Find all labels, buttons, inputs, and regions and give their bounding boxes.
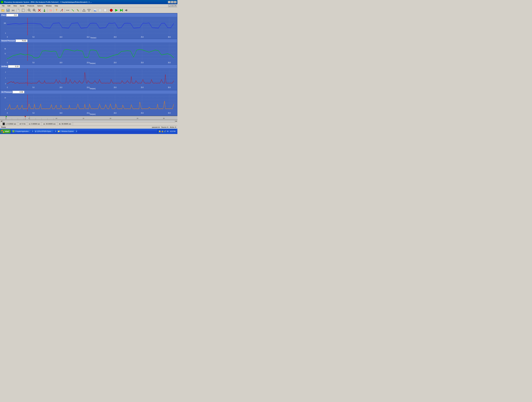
scroll-track[interactable] — [3, 120, 175, 122]
lightning-button[interactable] — [76, 8, 80, 13]
window-controls[interactable]: _ □ × — [168, 1, 177, 3]
pitch-chart-panel: Pitch 213 — [0, 13, 177, 39]
menu-help[interactable]: Help — [53, 5, 59, 7]
svg-text:20.0: 20.0 — [114, 62, 116, 64]
menu-file[interactable]: File — [0, 5, 6, 7]
grid1-button[interactable] — [98, 8, 102, 13]
triangle-down-button[interactable] — [87, 8, 91, 13]
svg-marker-56 — [115, 9, 118, 12]
inner-win-controls[interactable]: _ □ × — [168, 5, 177, 7]
sound-pressure-chart-body[interactable]: 96 72 0 5.0 10.0 15.0 20.0 25.0 30.0 Tim… — [0, 42, 177, 64]
svg-text:0: 0 — [7, 86, 8, 88]
svg-text:5.0: 5.0 — [32, 36, 34, 38]
ref-status: ref: 0 Hz — [18, 122, 27, 125]
svg-line-30 — [60, 9, 62, 12]
arrow-dr-button[interactable] — [70, 8, 75, 13]
svg-text:15.0: 15.0 — [87, 62, 89, 64]
arrow-down-button[interactable] — [42, 8, 47, 13]
arrows-lr-button[interactable] — [65, 8, 70, 13]
volume-button[interactable] — [124, 8, 129, 13]
toolbar-sep-3 — [53, 8, 54, 12]
svg-text:0: 0 — [7, 62, 8, 64]
svg-text:0: 0 — [5, 32, 6, 34]
minimize-button[interactable]: _ — [168, 1, 171, 3]
scroll-left-arrow[interactable]: ◀ — [0, 120, 2, 122]
text-button[interactable]: T — [54, 8, 59, 13]
cursor-x-value: x: 4.53582 sec — [6, 123, 16, 125]
svg-rect-7 — [12, 9, 14, 10]
svg-marker-35 — [69, 10, 69, 11]
source-status: Source: A — [161, 126, 168, 128]
taskbar-sep-3 — [75, 130, 75, 133]
svg-rect-58 — [122, 9, 123, 12]
pitch-title: Pitch — [1, 14, 6, 16]
grid2-button[interactable] — [103, 8, 108, 13]
maximize-button[interactable]: □ — [171, 1, 173, 3]
start-label: start — [5, 130, 9, 132]
save-button[interactable] — [6, 8, 10, 13]
pencil-cross-button[interactable] — [59, 8, 64, 13]
taskbar: start 🟩 2 Kaylab Application... ▼ 🖨 (22%… — [0, 129, 177, 134]
menu-speak[interactable]: Speak — [19, 5, 26, 7]
inner-maximize[interactable]: □ — [171, 5, 174, 7]
svg-text:15: 15 — [82, 117, 84, 119]
pitch-value: 213 — [6, 14, 18, 17]
epson-arrow[interactable]: ▼ — [55, 130, 57, 133]
record-button[interactable] — [109, 8, 114, 13]
triangle-up-button[interactable] — [82, 8, 86, 13]
menu-view[interactable]: View — [12, 5, 18, 7]
svg-text:0: 0 — [7, 112, 8, 114]
play-button[interactable] — [114, 8, 119, 13]
airflow-chart-panel: Airflow 0.10 2 1 — [0, 65, 177, 90]
kaylab-label: 2 Kaylab Application... — [15, 130, 30, 132]
chart-button[interactable] — [93, 8, 97, 13]
close-button[interactable]: × — [174, 1, 177, 3]
epson-icon: 🖨 — [35, 130, 37, 132]
menu-protocols[interactable]: Protocols — [26, 5, 36, 7]
scroll-right-arrow[interactable]: ▶ — [175, 120, 177, 122]
svg-text:Time(sec): Time(sec) — [90, 37, 96, 39]
air-pressure-chart-panel: Air Pressure 0.06 10 — [0, 90, 177, 116]
active-status: Active: A — [170, 126, 176, 128]
step-button[interactable] — [119, 8, 124, 13]
start-button[interactable]: start — [0, 129, 11, 133]
airflow-chart-svg: 2 1 0 0 5.0 10.0 15.0 20.0 25.0 30.0 Tim… — [0, 68, 177, 90]
pitch-chart-body[interactable]: 200 0 0 5.0 10.0 15.0 20.0 25.0 30.0 Tim… — [0, 17, 177, 39]
airflow-chart-body[interactable]: 2 1 0 0 5.0 10.0 15.0 20.0 25.0 30.0 Tim… — [0, 68, 177, 90]
taskbar-kaylab-button[interactable]: 🟩 2 Kaylab Application... — [11, 130, 31, 133]
zoom-in-button[interactable] — [32, 8, 37, 13]
svg-text:15.0: 15.0 — [87, 112, 89, 114]
svg-text:30.0: 30.0 — [168, 62, 171, 64]
svg-text:30.0: 30.0 — [168, 36, 171, 38]
taskbar-epson-button[interactable]: 🖨 (22%) EPSON Stylus ... — [34, 130, 54, 133]
menu-edit[interactable]: Edit — [6, 5, 12, 7]
taskbar-explorer-button[interactable]: 📁 2 Windows Explorer — [57, 130, 75, 133]
title-text: Phonatory Aerodynamic System - [PAS ( No… — [4, 1, 168, 3]
zoom-out-button[interactable] — [27, 8, 32, 13]
se-status: se: 30.00005 sec — [42, 122, 57, 125]
airflow-value: 0.10 — [8, 65, 20, 68]
app-icon: A — [1, 1, 3, 3]
eraser-button[interactable] — [48, 8, 53, 13]
inner-minimize[interactable]: _ — [168, 5, 171, 7]
print-button[interactable] — [11, 8, 15, 13]
print2-button[interactable] — [16, 8, 20, 13]
menu-window[interactable]: Window — [44, 5, 53, 7]
kaylab-arrow[interactable]: ▼ — [32, 130, 34, 133]
ref-value: ref: 0 Hz — [19, 123, 26, 125]
air-pressure-chart-body[interactable]: 10 0 0 5.0 10.0 15.0 20.0 25.0 30.0 Time… — [0, 94, 177, 115]
taskbar-right: 🔔 🔒 🔊 ⚙ 9:25 PM — [158, 130, 177, 133]
menu-options[interactable]: Options — [36, 5, 44, 7]
svg-text:2: 2 — [5, 71, 6, 73]
inner-close[interactable]: × — [174, 5, 177, 7]
toolbar-sep-2 — [47, 8, 48, 12]
open-folder-button[interactable] — [0, 8, 5, 13]
svg-marker-41 — [88, 9, 90, 12]
file2-button[interactable] — [21, 8, 25, 13]
sound-pressure-value: 76.83 — [16, 39, 27, 42]
horizontal-scrollbar[interactable]: ◀ ▶ — [0, 120, 177, 122]
svg-rect-153 — [0, 116, 177, 120]
menubar: File Edit View Speak Protocols Options W… — [0, 4, 177, 7]
explorer-arrow[interactable]: ▼ — [76, 130, 77, 133]
delete-button[interactable] — [37, 8, 42, 13]
